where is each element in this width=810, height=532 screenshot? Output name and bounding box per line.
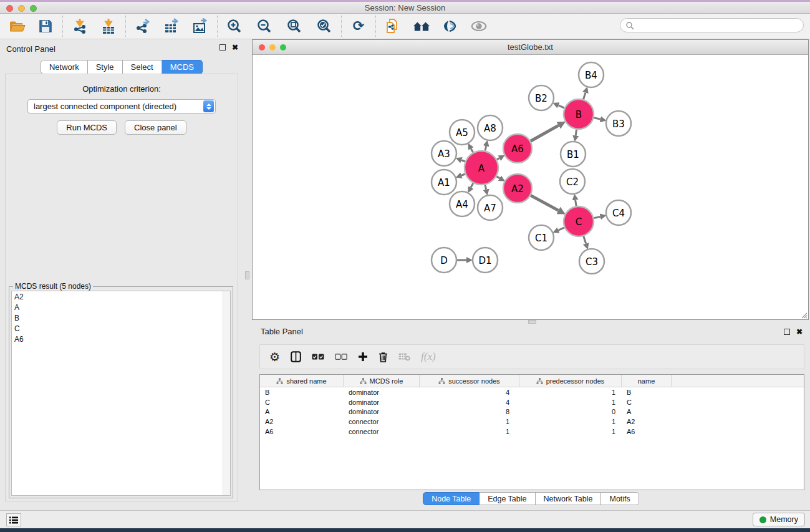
- node-label-B4: B4: [585, 70, 597, 81]
- show-columns-icon[interactable]: [291, 351, 301, 362]
- network-canvas[interactable]: B4B2BB3A5A8A6B1A3AC2A1A2A4A7C4CC1C3DD1: [253, 55, 808, 319]
- tab-style[interactable]: Style: [88, 60, 123, 74]
- edge-A-A3[interactable]: [461, 160, 465, 162]
- select-all-checks-icon[interactable]: [312, 354, 324, 360]
- task-history-button[interactable]: [6, 513, 21, 526]
- add-column-icon[interactable]: [358, 352, 368, 362]
- export-network-icon[interactable]: [134, 17, 152, 35]
- close-panel-icon[interactable]: ✖: [232, 44, 238, 51]
- export-image-icon[interactable]: [191, 17, 209, 35]
- zoom-out-icon[interactable]: [256, 17, 273, 35]
- tab-mcds[interactable]: MCDS: [162, 60, 203, 74]
- refresh-layout-icon[interactable]: ⟳: [350, 17, 367, 35]
- table-cell: dominator: [344, 408, 420, 415]
- delete-column-trash-icon[interactable]: [378, 352, 388, 362]
- style-preview-icon[interactable]: [441, 17, 459, 35]
- criterion-selected-value: largest connected component (directed): [28, 102, 203, 111]
- minimize-network-window-button[interactable]: [269, 44, 276, 51]
- edge-B-B4[interactable]: [584, 93, 586, 100]
- column-header-predecessor-nodes[interactable]: predecessor nodes: [519, 375, 622, 387]
- tab-edge-table[interactable]: Edge Table: [480, 492, 535, 505]
- edge-A-A6[interactable]: [497, 158, 499, 160]
- node-label-D: D: [440, 255, 448, 266]
- table-row[interactable]: A6connector11A6: [260, 427, 804, 437]
- table-row[interactable]: Cdominator41C: [260, 397, 804, 407]
- zoom-network-window-button[interactable]: [280, 44, 286, 51]
- zoom-selected-icon[interactable]: [316, 17, 333, 35]
- run-mcds-button[interactable]: Run MCDS: [57, 120, 117, 135]
- tab-node-table[interactable]: Node Table: [423, 492, 480, 505]
- mcds-result-item[interactable]: A6: [12, 334, 230, 344]
- node-label-B2: B2: [535, 93, 547, 104]
- column-header-name[interactable]: name: [622, 375, 672, 387]
- zoom-fit-icon[interactable]: [286, 17, 303, 35]
- edge-A-A2[interactable]: [496, 177, 499, 178]
- mcds-result-item[interactable]: A: [12, 302, 230, 312]
- table-cell: B: [260, 389, 344, 396]
- export-table-icon[interactable]: [163, 17, 180, 35]
- table-cell: dominator: [344, 399, 420, 406]
- table-cell: C: [260, 399, 344, 406]
- edge-C-C4[interactable]: [594, 216, 600, 218]
- mcds-result-list[interactable]: A2ABCA6: [11, 291, 231, 496]
- edge-B-B3[interactable]: [594, 118, 600, 119]
- edge-A-A8[interactable]: [485, 146, 486, 150]
- import-network-icon[interactable]: [71, 17, 89, 35]
- edge-A-A4[interactable]: [471, 183, 473, 188]
- resize-grip-icon[interactable]: [800, 311, 808, 319]
- mcds-result-item[interactable]: B: [12, 312, 230, 323]
- deselect-all-checks-icon[interactable]: [335, 354, 347, 360]
- edge-B-B1[interactable]: [576, 130, 576, 136]
- close-network-window-button[interactable]: [259, 44, 265, 51]
- edge-A-A1[interactable]: [461, 174, 465, 175]
- column-header-MCDS-role[interactable]: MCDS role: [344, 375, 420, 387]
- show-hide-eye-icon[interactable]: [470, 17, 488, 35]
- home-icon[interactable]: [413, 17, 430, 35]
- close-panel-icon[interactable]: ✖: [796, 329, 803, 335]
- search-input[interactable]: [620, 18, 804, 32]
- edge-C-C2[interactable]: [576, 200, 577, 206]
- scrollbar-track[interactable]: [223, 291, 230, 495]
- tab-network[interactable]: Network: [41, 60, 88, 74]
- tab-select[interactable]: Select: [123, 60, 162, 74]
- mcds-result-item[interactable]: A2: [12, 291, 230, 302]
- zoom-window-button[interactable]: [30, 5, 37, 12]
- tab-network-table[interactable]: Network Table: [536, 492, 602, 505]
- edge-A-A5[interactable]: [471, 148, 473, 152]
- node-label-C: C: [576, 216, 582, 228]
- open-session-icon[interactable]: [8, 17, 26, 35]
- close-panel-button[interactable]: Close panel: [125, 120, 186, 135]
- sort-hierarchy-icon: [360, 378, 367, 384]
- table-cell: A: [260, 408, 344, 415]
- settings-gear-icon[interactable]: ⚙: [269, 351, 280, 363]
- tab-motifs[interactable]: Motifs: [601, 492, 639, 505]
- edge-B-B2[interactable]: [559, 105, 565, 108]
- table-row[interactable]: Bdominator41B: [260, 387, 804, 397]
- vertical-splitter[interactable]: [243, 39, 252, 510]
- edge-C-C3[interactable]: [584, 236, 586, 244]
- function-builder-icon[interactable]: f(x): [421, 351, 436, 363]
- save-session-icon[interactable]: [37, 17, 54, 35]
- splitter-handle[interactable]: [245, 271, 249, 279]
- memory-button[interactable]: Memory: [753, 513, 805, 526]
- zoom-in-icon[interactable]: [226, 17, 243, 35]
- mcds-result-item[interactable]: C: [12, 323, 230, 334]
- import-table-icon[interactable]: [100, 17, 117, 35]
- edge-A2-C[interactable]: [531, 195, 558, 210]
- float-panel-icon[interactable]: [219, 44, 226, 51]
- edge-C-C1[interactable]: [559, 228, 565, 230]
- edge-A-A7[interactable]: [485, 185, 486, 189]
- table-row[interactable]: Adominator80A: [260, 407, 804, 417]
- float-panel-icon[interactable]: [784, 329, 790, 335]
- column-header-shared-name[interactable]: shared name: [260, 375, 344, 387]
- criterion-select[interactable]: largest connected component (directed): [27, 99, 216, 114]
- table-row[interactable]: A2connector11A2: [260, 417, 804, 427]
- close-window-button[interactable]: [6, 5, 13, 12]
- edge-A6-B[interactable]: [531, 125, 559, 141]
- column-header-successor-nodes[interactable]: successor nodes: [420, 375, 519, 387]
- node-label-C3: C3: [586, 256, 598, 268]
- delete-table-icon[interactable]: [398, 352, 410, 361]
- minimize-window-button[interactable]: [18, 5, 25, 12]
- clone-network-icon[interactable]: [384, 17, 402, 35]
- control-panel-title: Control Panel: [6, 44, 55, 54]
